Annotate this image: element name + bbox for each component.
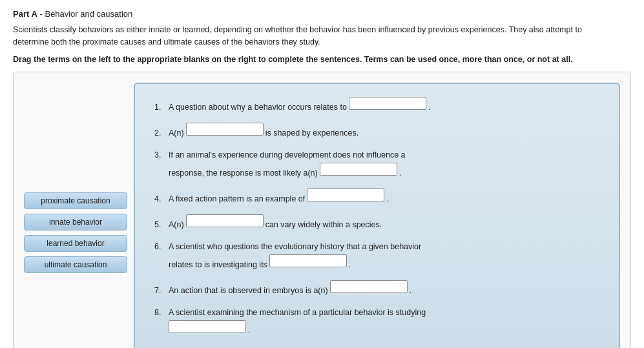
blank-7[interactable] — [330, 280, 408, 293]
sentence-7-end: . — [410, 284, 411, 297]
sentence-num-3: 3. — [154, 148, 169, 161]
sentence-7-pre: An action that is observed in embryos is… — [169, 284, 328, 297]
blank-6[interactable] — [269, 254, 347, 267]
sentence-num-5: 5. — [154, 218, 169, 231]
sentence-row-6: 6. A scientist who questions the evoluti… — [154, 240, 599, 271]
sentence-num-8: 8. — [154, 306, 169, 319]
sentence-num-2: 2. — [154, 127, 169, 139]
sentence-num-1: 1. — [154, 101, 169, 114]
description: Scientists classify behaviors as either … — [13, 24, 607, 48]
sentence-row-7: 7. An action that is observed in embryos… — [154, 280, 599, 297]
term-innate-behavior[interactable]: innate behavior — [24, 214, 127, 230]
sentence-5-post: can vary widely within a species. — [265, 218, 382, 231]
sentence-row-5: 5. A(n) can vary widely within a species… — [154, 214, 599, 231]
sentence-3-line2: response, the response is most likely a(… — [169, 167, 318, 179]
sentence-8-line1: A scientist examining the mechanism of a… — [169, 306, 426, 319]
sentence-3-line1: If an animal's experience during develop… — [169, 148, 406, 161]
blank-4[interactable] — [307, 189, 384, 201]
sentence-2-pre: A(n) — [169, 127, 184, 139]
sentence-row-8: 8. A scientist examining the mechanism o… — [154, 306, 599, 337]
term-proximate-causation[interactable]: proximate causation — [24, 192, 127, 209]
blank-2[interactable] — [186, 123, 264, 136]
part-title: Behavior and causation — [45, 9, 132, 19]
page-container: Part A - Behavior and causation Scientis… — [0, 0, 644, 348]
sentence-num-7: 7. — [154, 284, 169, 297]
sentence-text-7: An action that is observed in embryos is… — [169, 280, 599, 297]
sentence-text-2: A(n) is shaped by experiences. — [169, 123, 599, 139]
terms-column: proximate causation innate behavior lear… — [24, 192, 127, 273]
sentence-text-1: A question about why a behavior occurs r… — [169, 97, 599, 114]
blank-5[interactable] — [186, 214, 264, 227]
sentence-text-4: A fixed action pattern is an example of … — [169, 189, 599, 205]
sentence-num-6: 6. — [154, 240, 169, 253]
sentence-4-end: . — [386, 192, 388, 205]
sentence-2-post: is shaped by experiences. — [265, 127, 359, 139]
sentence-row-2: 2. A(n) is shaped by experiences. — [154, 123, 599, 139]
part-header: Part A - Behavior and causation — [13, 9, 631, 19]
sentence-row-4: 4. A fixed action pattern is an example … — [154, 189, 599, 205]
sentence-5-pre: A(n) — [169, 218, 184, 231]
instruction: Drag the terms on the left to the approp… — [13, 55, 607, 64]
sentence-6-end: . — [349, 258, 351, 271]
sentence-8-end: . — [248, 324, 250, 337]
sentences-area: 1. A question about why a behavior occur… — [134, 83, 620, 349]
sentence-1-text: A question about why a behavior occurs r… — [169, 101, 347, 114]
sentence-row-3: 3. If an animal's experience during deve… — [154, 148, 599, 179]
sentence-6-line1: A scientist who questions the evolutiona… — [169, 240, 421, 253]
blank-1[interactable] — [349, 97, 426, 110]
main-area: proximate causation innate behavior lear… — [13, 72, 631, 349]
term-ultimate-causation[interactable]: ultimate causation — [24, 256, 127, 273]
sentence-text-5: A(n) can vary widely within a species. — [169, 214, 599, 231]
part-label: Part A — [13, 9, 37, 19]
sentence-num-4: 4. — [154, 192, 169, 205]
sentence-row-1: 1. A question about why a behavior occur… — [154, 97, 599, 114]
sentence-1-end: . — [428, 101, 430, 114]
sentence-6-line2: relates to is investigating its — [169, 258, 267, 271]
blank-3[interactable] — [320, 163, 397, 176]
term-learned-behavior[interactable]: learned behavior — [24, 235, 127, 252]
blank-8[interactable] — [169, 320, 246, 333]
sentence-4-pre: A fixed action pattern is an example of — [169, 192, 305, 205]
sentence-3-end: . — [399, 167, 401, 179]
